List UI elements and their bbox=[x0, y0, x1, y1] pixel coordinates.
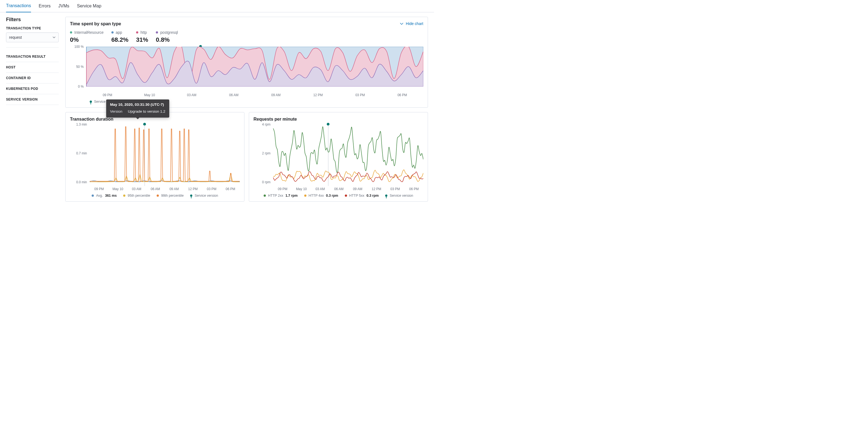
filter-item-transaction-result[interactable]: TRANSACTION RESULT bbox=[6, 51, 59, 62]
filter-transaction-type-label: TRANSACTION TYPE bbox=[6, 26, 59, 30]
legend-value: 0.3 rpm bbox=[326, 194, 338, 198]
legend-label: HTTP 5xx bbox=[349, 194, 364, 198]
legend-label: Avg. bbox=[96, 194, 103, 198]
legend-avg[interactable]: Avg. 361 ms bbox=[92, 194, 117, 198]
tab-jvms[interactable]: JVMs bbox=[58, 0, 69, 12]
legend-postgresql[interactable]: postgresql 0.8% bbox=[156, 30, 178, 44]
legend-value: 31% bbox=[136, 36, 148, 44]
legend-label: 95th percentile bbox=[128, 194, 150, 198]
filter-item-service-version[interactable]: SERVICE VERSION bbox=[6, 94, 59, 105]
legend-label: InternalResource bbox=[74, 30, 104, 35]
legend-value: 1.7 rpm bbox=[285, 194, 298, 198]
legend-dot-icon bbox=[156, 31, 158, 33]
legend-p99[interactable]: 99th percentile bbox=[157, 194, 184, 198]
legend-p95[interactable]: 95th percentile bbox=[123, 194, 150, 198]
legend-service-version[interactable]: Service version bbox=[385, 194, 413, 198]
transaction-duration-chart[interactable]: 1.3 min0.7 min0.0 min bbox=[70, 124, 240, 186]
span-type-chart[interactable]: 100 %50 %0 % bbox=[70, 47, 423, 92]
span-type-panel: Time spent by span type Hide chart Inter… bbox=[65, 17, 428, 108]
tooltip-key: Version bbox=[110, 109, 122, 114]
transaction-duration-panel: Transaction duration 1.3 min0.7 min0.0 m… bbox=[65, 112, 244, 202]
legend-dot-icon bbox=[70, 31, 72, 33]
span-type-x-axis: 09 PMMay 1003 AM06 AM09 AM12 PM03 PM06 P… bbox=[70, 92, 423, 97]
filter-list: TRANSACTION RESULT HOST CONTAINER ID KUB… bbox=[6, 51, 59, 105]
legend-http[interactable]: http 31% bbox=[136, 30, 148, 44]
legend-label: http bbox=[141, 30, 147, 35]
legend-value: 361 ms bbox=[105, 194, 117, 198]
tab-transactions[interactable]: Transactions bbox=[6, 0, 31, 12]
legend-value: 0.8% bbox=[156, 36, 178, 44]
tooltip-title: May 10, 2020, 03:31:30 (UTC-7) bbox=[110, 102, 165, 107]
chart-tooltip: May 10, 2020, 03:31:30 (UTC-7) Version U… bbox=[106, 100, 169, 118]
legend-http-5xx[interactable]: HTTP 5xx 0.3 rpm bbox=[345, 194, 379, 198]
legend-dot-icon bbox=[112, 31, 114, 33]
legend-label: 99th percentile bbox=[161, 194, 184, 198]
transaction-duration-legend: Avg. 361 ms 95th percentile 99th percent… bbox=[70, 191, 240, 199]
legend-dot-icon bbox=[345, 195, 347, 197]
legend-dot-icon bbox=[264, 195, 266, 197]
legend-label: Service version bbox=[390, 194, 413, 198]
filter-item-host[interactable]: HOST bbox=[6, 62, 59, 73]
transaction-type-value: request bbox=[9, 35, 22, 39]
span-type-title: Time spent by span type bbox=[70, 22, 121, 26]
filter-item-container-id[interactable]: CONTAINER ID bbox=[6, 73, 59, 84]
requests-per-minute-chart[interactable]: 4 rpm2 rpm0 rpm bbox=[253, 124, 423, 186]
requests-per-minute-title: Requests per minute bbox=[253, 117, 423, 122]
legend-app[interactable]: app 68.2% bbox=[112, 30, 128, 44]
legend-label: postgresql bbox=[160, 30, 178, 35]
tab-service-map[interactable]: Service Map bbox=[77, 0, 101, 12]
filter-item-kubernetes-pod[interactable]: KUBERNETES POD bbox=[6, 84, 59, 94]
hide-chart-button[interactable]: Hide chart bbox=[400, 22, 423, 26]
chevron-down-icon bbox=[400, 22, 404, 26]
legend-value: 68.2% bbox=[112, 36, 128, 44]
hide-chart-label: Hide chart bbox=[406, 22, 423, 26]
transaction-duration-x-axis: 09 PMMay 1003 AM06 AM09 AM12 PM03 PM06 P… bbox=[70, 186, 240, 191]
tooltip-value: Upgrade to version 1.2 bbox=[128, 109, 165, 114]
legend-http-4xx[interactable]: HTTP 4xx 0.3 rpm bbox=[304, 194, 338, 198]
legend-service-version[interactable]: Service version bbox=[190, 194, 218, 198]
legend-dot-icon bbox=[136, 31, 138, 33]
span-type-legend: InternalResource 0% app 68.2% http 31% p… bbox=[70, 30, 423, 44]
service-version-pin-icon bbox=[190, 195, 192, 197]
legend-http-2xx[interactable]: HTTP 2xx 1.7 rpm bbox=[264, 194, 298, 198]
legend-dot-icon bbox=[92, 195, 94, 197]
requests-per-minute-x-axis: 09 PMMay 1003 AM06 AM09 AM12 PM03 PM06 P… bbox=[253, 186, 423, 191]
legend-internalresource[interactable]: InternalResource 0% bbox=[70, 30, 104, 44]
service-version-pin-icon bbox=[385, 195, 388, 197]
legend-dot-icon bbox=[157, 195, 159, 197]
tab-errors[interactable]: Errors bbox=[39, 0, 51, 12]
requests-per-minute-panel: Requests per minute 4 rpm2 rpm0 rpm 09 P… bbox=[249, 112, 428, 202]
filters-title: Filters bbox=[6, 17, 59, 23]
requests-per-minute-legend: HTTP 2xx 1.7 rpm HTTP 4xx 0.3 rpm HTTP 5… bbox=[253, 191, 423, 199]
legend-value: 0.3 rpm bbox=[367, 194, 379, 198]
legend-value: 0% bbox=[70, 36, 104, 44]
legend-dot-icon bbox=[123, 195, 125, 197]
chevron-down-icon bbox=[53, 36, 56, 39]
service-version-pin-icon bbox=[90, 101, 92, 103]
legend-label: HTTP 4xx bbox=[309, 194, 324, 198]
legend-label: Service version bbox=[194, 194, 218, 198]
filter-divider bbox=[6, 47, 59, 48]
top-tabs: Transactions Errors JVMs Service Map bbox=[0, 0, 434, 12]
legend-label: HTTP 2xx bbox=[268, 194, 283, 198]
legend-dot-icon bbox=[304, 195, 306, 197]
transaction-type-select[interactable]: request bbox=[6, 32, 59, 42]
legend-label: app bbox=[116, 30, 122, 35]
filters-sidebar: Filters TRANSACTION TYPE request TRANSAC… bbox=[6, 17, 59, 206]
